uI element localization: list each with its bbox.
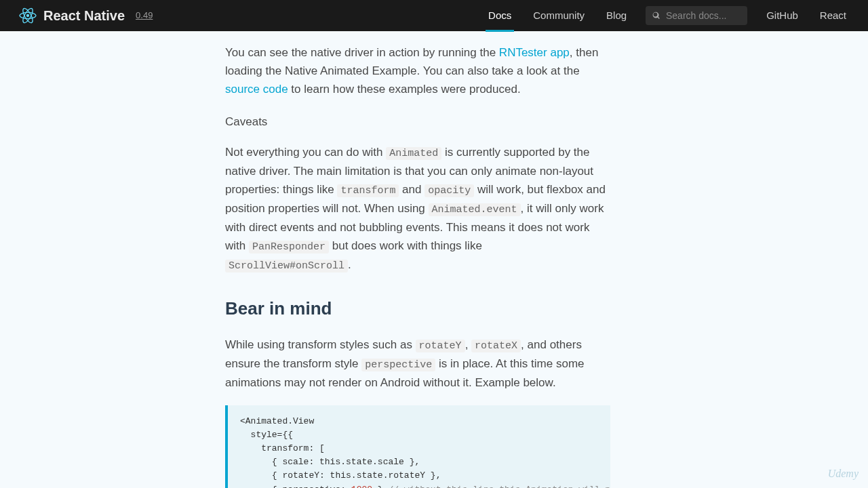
- code-line: { rotateY: this.state.rotateY },: [240, 470, 441, 481]
- link-source-code[interactable]: source code: [225, 83, 288, 96]
- watermark: Udemy: [828, 465, 859, 483]
- code-comment: // without this line this Animation will…: [388, 485, 610, 488]
- react-logo-icon: [19, 7, 37, 24]
- code-perspective: perspective: [361, 359, 435, 371]
- nav-right: Docs Community Blog GitHub React: [486, 0, 849, 32]
- search-box[interactable]: [646, 6, 747, 25]
- version-label[interactable]: 0.49: [136, 9, 153, 23]
- caveats-paragraph: Not everything you can do with Animated …: [225, 143, 610, 274]
- nav-blog[interactable]: Blog: [604, 0, 629, 32]
- nav-left: React Native 0.49: [19, 5, 153, 26]
- text: ,: [465, 338, 471, 351]
- text: Not everything you can do with: [225, 146, 386, 159]
- code-scrollview: ScrollView#onScroll: [225, 260, 348, 272]
- code-line: { perspective:: [240, 485, 351, 488]
- top-nav: React Native 0.49 Docs Community Blog Gi…: [0, 0, 868, 31]
- svg-point-3: [26, 14, 29, 17]
- code-panresponder: PanResponder: [249, 241, 329, 253]
- code-rotatex: rotateX: [471, 340, 521, 352]
- intro-paragraph: You can see the native driver in action …: [225, 43, 610, 99]
- code-line: }: [372, 485, 388, 488]
- caveats-heading: Caveats: [225, 113, 610, 131]
- code-animated: Animated: [386, 147, 441, 160]
- code-example: <Animated.View style={{ transform: [ { s…: [225, 405, 610, 488]
- text: You can see the native driver in action …: [225, 46, 499, 59]
- code-line: style={{: [240, 430, 293, 440]
- code-line: { scale: this.state.scale },: [240, 457, 420, 467]
- code-animated-event: Animated.event: [429, 203, 521, 216]
- code-line: <Animated.View: [240, 416, 314, 426]
- code-number: 1000: [351, 485, 372, 488]
- code-rotatey: rotateY: [416, 340, 465, 352]
- brand-name[interactable]: React Native: [43, 5, 125, 26]
- nav-github[interactable]: GitHub: [764, 0, 801, 32]
- text: to learn how these examples were produce…: [288, 83, 521, 96]
- code-opacity: opacity: [425, 184, 474, 197]
- text: but does work with things like: [329, 239, 482, 252]
- bear-paragraph: While using transform styles such as rot…: [225, 336, 610, 392]
- nav-community[interactable]: Community: [530, 0, 587, 32]
- text: and: [399, 183, 425, 196]
- text: .: [348, 258, 351, 271]
- search-input[interactable]: [666, 10, 741, 21]
- code-transform: transform: [337, 184, 399, 197]
- link-rntester[interactable]: RNTester app: [499, 46, 570, 59]
- nav-docs[interactable]: Docs: [486, 0, 514, 32]
- text: While using transform styles such as: [225, 338, 416, 351]
- bear-heading: Bear in mind: [225, 295, 610, 323]
- search-icon: [652, 11, 660, 20]
- doc-content: You can see the native driver in action …: [225, 31, 610, 488]
- code-line: transform: [: [240, 443, 325, 453]
- nav-react[interactable]: React: [817, 0, 849, 32]
